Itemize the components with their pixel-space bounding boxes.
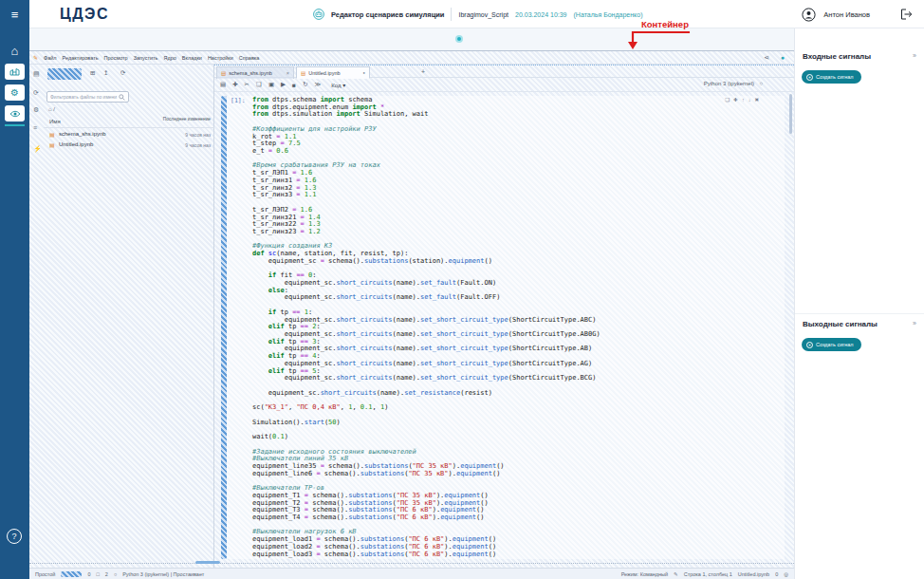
command-mode-label[interactable]: Режим: Командный bbox=[621, 571, 668, 577]
active-item-indicator bbox=[5, 124, 25, 126]
cell-collapser[interactable] bbox=[221, 96, 227, 559]
jupyter-logo-icon: ● bbox=[781, 54, 785, 61]
upload-icon[interactable]: ↥ bbox=[103, 69, 108, 77]
cell-type-value: Код bbox=[331, 83, 341, 88]
breadcrumb-home-icon[interactable]: ⌂ bbox=[48, 106, 52, 112]
move-cell-up-icon[interactable]: ↑ bbox=[742, 97, 745, 103]
code-lines[interactable]: from dtps.schema import schemafrom dtps.… bbox=[252, 97, 601, 558]
menu-tabs[interactable]: Вкладки bbox=[182, 55, 202, 61]
bell-icon[interactable]: ◎ bbox=[784, 571, 788, 577]
plus-circle-icon: + bbox=[806, 74, 813, 81]
refresh-icon[interactable]: ⟳ bbox=[120, 69, 125, 77]
delete-cell-icon[interactable]: ✖ bbox=[754, 97, 759, 103]
notebook-file-icon: ▤ bbox=[49, 141, 55, 148]
notebook-file-icon: ▤ bbox=[49, 131, 55, 138]
collapse-output-signals-icon[interactable]: » bbox=[913, 320, 916, 327]
unsaved-dot-icon[interactable]: ● bbox=[363, 70, 365, 75]
annotation-container-label: Контейнер bbox=[641, 19, 689, 29]
cell-type-dropdown[interactable]: Код ▾ bbox=[331, 82, 345, 88]
file-row[interactable]: ▤ schema_shs.ipynb 9 часов наз bbox=[44, 129, 214, 140]
column-name[interactable]: Имя bbox=[49, 119, 61, 124]
cut-cells-icon[interactable]: ✂ bbox=[245, 81, 249, 88]
help-button[interactable]: ? bbox=[7, 529, 22, 544]
edit-mode-icon[interactable]: ✎ bbox=[674, 571, 678, 577]
close-icon[interactable]: × bbox=[286, 70, 289, 76]
extensions-icon[interactable]: ⚡ bbox=[33, 145, 42, 153]
property-inspector-icon[interactable]: ⚙ bbox=[33, 106, 39, 114]
jupyter-menubar: ✎ Файл Редактировать Просмотр Запустить … bbox=[29, 51, 794, 65]
save-icon[interactable]: ▤ bbox=[220, 81, 226, 88]
create-input-signal-button[interactable]: + Создать сигнал bbox=[802, 70, 861, 84]
file-modified: 9 часов наз bbox=[185, 142, 211, 148]
sidebar-item-monitoring[interactable] bbox=[5, 105, 25, 121]
menu-file[interactable]: Файл bbox=[44, 55, 57, 61]
kernel-count[interactable]: 2 bbox=[105, 571, 108, 577]
column-modified[interactable]: Последнее изменение bbox=[161, 117, 211, 121]
file-row[interactable]: ▤ Untitled.ipynb 9 часов наз bbox=[44, 140, 214, 150]
file-browser-icon[interactable]: ▤ bbox=[33, 70, 40, 78]
annotation-arrow bbox=[615, 30, 695, 51]
new-folder-icon[interactable]: ⊞ bbox=[90, 69, 95, 77]
kernel-status-text[interactable]: Python 3 (ipykernel) | Простаивает bbox=[122, 571, 204, 577]
horizontal-scrollbar-thumb[interactable] bbox=[195, 561, 220, 564]
paste-cells-icon[interactable]: ▣ bbox=[268, 81, 274, 88]
breadcrumb-path: / bbox=[53, 106, 55, 112]
share-icon[interactable]: ⋖ bbox=[764, 54, 769, 62]
user-avatar-icon[interactable] bbox=[802, 8, 816, 22]
pencil-icon: ✎ bbox=[33, 54, 38, 61]
collapse-input-signals-icon[interactable]: » bbox=[913, 52, 916, 59]
notebook-canvas: [1]: from dtps.schema import schemafrom … bbox=[214, 92, 794, 563]
move-cell-down-icon[interactable]: ↓ bbox=[748, 97, 751, 103]
terminal-count[interactable]: 0 bbox=[87, 571, 90, 577]
script-name[interactable]: Ibragimov_Script bbox=[458, 11, 508, 18]
new-tab-icon[interactable]: + bbox=[421, 68, 425, 75]
create-signal-label: Создать сигнал bbox=[816, 74, 854, 80]
copy-cells-icon[interactable]: ❏ bbox=[256, 81, 262, 88]
running-sessions-icon[interactable]: ⟳ bbox=[33, 89, 39, 97]
app-logo: ЦДЭС bbox=[60, 0, 109, 28]
breadcrumb[interactable]: ⌂ / bbox=[48, 106, 55, 112]
panel-divider bbox=[795, 313, 924, 314]
menu-kernel[interactable]: Ядро bbox=[163, 55, 176, 61]
home-icon[interactable]: ⌂ bbox=[0, 44, 29, 58]
insert-cell-icon[interactable]: ✚ bbox=[232, 81, 237, 88]
kernel-name[interactable]: Python 3 (ipykernel) bbox=[704, 81, 754, 86]
tab-label: Untitled.ipynb bbox=[308, 70, 340, 76]
notification-count[interactable]: 0 bbox=[775, 571, 778, 577]
hamburger-menu-button[interactable]: ≡ bbox=[0, 0, 29, 28]
restart-kernel-icon[interactable]: ↻ bbox=[303, 81, 307, 88]
page-title: Редактор сценариев симуляции bbox=[331, 10, 444, 19]
run-cell-icon[interactable]: ▶ bbox=[281, 81, 286, 88]
code-cell[interactable]: [1]: from dtps.schema import schemafrom … bbox=[221, 96, 785, 559]
menu-run[interactable]: Запустить bbox=[134, 55, 158, 61]
run-all-icon[interactable]: ≫ bbox=[314, 81, 321, 88]
input-signals-title: Входные сигналы bbox=[803, 52, 871, 61]
topbar-right: Антон Иванов bbox=[802, 0, 913, 28]
menu-settings[interactable]: Настройки bbox=[208, 55, 233, 61]
cell-toolbar: ❏ ✚ ↑ ↓ ✖ bbox=[725, 97, 759, 103]
new-launcher-button[interactable] bbox=[47, 68, 82, 80]
vertical-scrollbar[interactable] bbox=[789, 94, 792, 134]
table-of-contents-icon[interactable]: ≡ bbox=[33, 124, 37, 131]
notebook-tab-icon: ▤ bbox=[301, 70, 305, 76]
script-author: (Наталья Бондаренко) bbox=[574, 11, 643, 18]
horizontal-scrollbar-track[interactable] bbox=[29, 563, 794, 564]
robot-icon bbox=[313, 9, 324, 20]
duplicate-cell-icon[interactable]: ❏ bbox=[725, 97, 730, 103]
logout-icon[interactable] bbox=[900, 9, 913, 20]
menu-help[interactable]: Справка bbox=[239, 55, 260, 61]
stop-kernel-icon[interactable]: ■ bbox=[292, 82, 296, 88]
file-filter-input[interactable] bbox=[50, 94, 119, 100]
insert-cell-icon[interactable]: ✚ bbox=[733, 97, 738, 103]
menu-edit[interactable]: Редактировать bbox=[63, 55, 99, 61]
app-sidebar: ⌂ ⚙ ? bbox=[0, 28, 29, 579]
menu-view[interactable]: Просмотр bbox=[104, 55, 128, 61]
create-signal-label: Создать сигнал bbox=[816, 342, 854, 347]
chevron-down-icon: ▾ bbox=[342, 83, 345, 88]
sidebar-item-settings[interactable]: ⚙ bbox=[5, 84, 25, 101]
create-output-signal-button[interactable]: + Создать сигнал bbox=[802, 338, 861, 351]
sidebar-item-schemes[interactable] bbox=[5, 64, 25, 80]
jupyterlab-container: ✎ Файл Редактировать Просмотр Запустить … bbox=[29, 50, 794, 579]
search-icon bbox=[119, 94, 125, 101]
tab-label: schema_shs.ipynb bbox=[229, 70, 272, 76]
